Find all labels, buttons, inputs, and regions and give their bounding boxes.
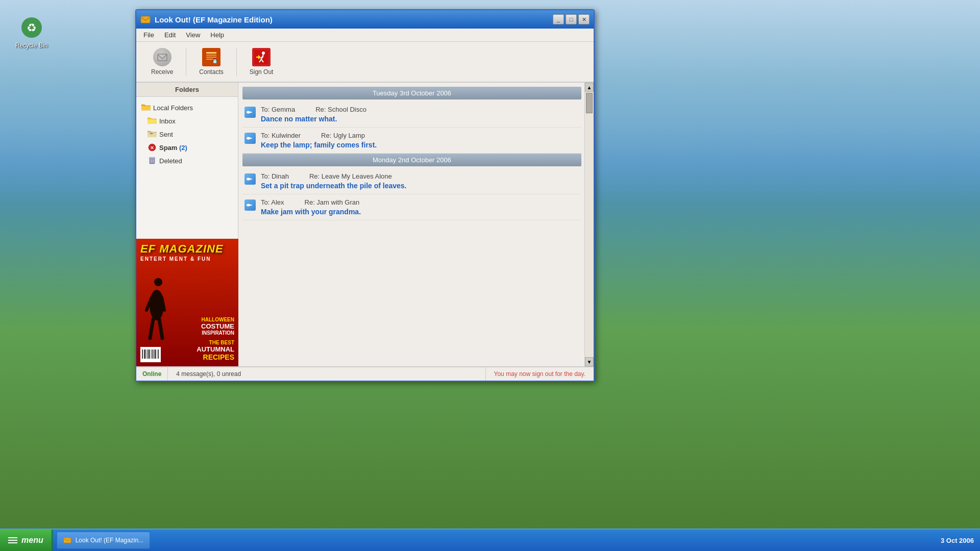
deleted-icon (148, 156, 157, 165)
email-content: To: Alex Re: Jam with Gran Make jam with… (261, 198, 577, 216)
scroll-thumb[interactable] (586, 93, 593, 113)
mag-autumnal: AUTUMNAL (197, 345, 234, 353)
sent-icon (148, 130, 157, 139)
sidebar: Folders Local Folders (136, 83, 238, 366)
svg-text:♻: ♻ (27, 21, 37, 34)
folder-tree: Local Folders Inbox (136, 97, 238, 239)
svg-rect-2 (141, 16, 150, 23)
email-to: To: Alex (261, 198, 284, 206)
email-item[interactable]: To: Alex Re: Jam with Gran Make jam with… (242, 194, 581, 220)
svg-rect-3 (158, 54, 167, 61)
taskbar-app-label: Look Out! (EF Magazin... (76, 537, 143, 544)
spam-icon: ✕ (148, 143, 157, 152)
scroll-down-button[interactable]: ▼ (585, 357, 594, 366)
email-to: To: Dinah (261, 172, 289, 180)
email-panel: Tuesday 3rd October 2006 To: Ge (238, 83, 594, 366)
folder-spam[interactable]: ✕ Spam (2) (138, 141, 236, 154)
taskbar-app-icon (63, 536, 71, 544)
contacts-label: Contacts (199, 68, 223, 76)
mag-subtitle: ENTERT MENT & FUN (140, 256, 211, 262)
signout-button[interactable]: Sign Out (243, 45, 280, 78)
svg-rect-21 (150, 158, 155, 164)
menu-file[interactable]: File (139, 30, 158, 40)
mag-costume: COSTUME (197, 322, 234, 330)
svg-marker-48 (247, 204, 253, 207)
menu-view[interactable]: View (182, 30, 204, 40)
magazine-ad[interactable]: EF MAGAZINE ENTERT MENT & FUN (136, 239, 238, 366)
spam-label: Spam (2) (159, 144, 187, 152)
start-menu-button[interactable]: menu (0, 530, 53, 551)
mag-recipes: RECIPES (197, 353, 234, 361)
date-header-1: Tuesday 3rd October 2006 (242, 87, 581, 99)
email-subject: Re: Leave My Leaves Alone (309, 172, 392, 180)
email-header-line: To: Kulwinder Re: Ugly Lamp (261, 132, 577, 139)
status-bar: Online 4 message(s), 0 unread You may no… (136, 366, 594, 381)
scroll-track[interactable] (585, 92, 594, 357)
email-preview: Dance no matter what. (261, 115, 577, 123)
email-preview: Set a pit trap underneath the pile of le… (261, 182, 577, 190)
email-scroll-area[interactable]: Tuesday 3rd October 2006 To: Ge (238, 83, 594, 366)
scrollbar[interactable]: ▲ ▼ (584, 83, 594, 366)
folder-deleted[interactable]: Deleted (138, 154, 236, 167)
spam-badge: (2) (179, 144, 187, 152)
mag-title: EF MAGAZINE (140, 243, 224, 255)
email-to: To: Gemma (261, 106, 295, 113)
taskbar: menu Look Out! (EF Magazin... 3 Oct 2006 (0, 529, 980, 551)
folder-local-folders[interactable]: Local Folders (138, 101, 236, 114)
email-item[interactable]: To: Gemma Re: School Disco Dance no matt… (242, 102, 581, 128)
receive-icon (153, 48, 172, 66)
sent-label: Sent (159, 131, 173, 138)
svg-rect-49 (64, 538, 71, 543)
status-count: 4 message(s), 0 unread (168, 367, 485, 381)
title-bar: Look Out! (EF Magazine Edition) _ □ ✕ (136, 10, 594, 29)
status-online: Online (136, 367, 168, 381)
recycle-bin-icon: ♻ (19, 15, 44, 40)
toolbar-sep-2 (236, 47, 237, 76)
main-window: Look Out! (EF Magazine Edition) _ □ ✕ Fi… (135, 9, 595, 382)
inbox-icon (148, 116, 157, 126)
taskbar-app-button[interactable]: Look Out! (EF Magazin... (57, 532, 150, 549)
status-signout-message: You may now sign out for the day. (486, 367, 594, 381)
receive-button[interactable]: Receive (144, 45, 180, 78)
email-to: To: Kulwinder (261, 132, 301, 139)
date-header-2: Monday 2nd October 2006 (242, 154, 581, 166)
inbox-label: Inbox (159, 117, 176, 125)
window-title: Look Out! (EF Magazine Edition) (155, 15, 549, 24)
mag-best: THE BEST (197, 340, 234, 345)
local-folders-label: Local Folders (153, 104, 193, 112)
minimize-button[interactable]: _ (553, 14, 564, 24)
content-area: Folders Local Folders (136, 83, 594, 366)
contacts-button[interactable]: 📇 Contacts (192, 45, 230, 78)
email-header-line: To: Dinah Re: Leave My Leaves Alone (261, 172, 577, 180)
signout-icon (252, 48, 271, 66)
menu-edit[interactable]: Edit (160, 30, 180, 40)
email-subject: Re: Ugly Lamp (321, 132, 365, 139)
folder-inbox[interactable]: Inbox (138, 114, 236, 128)
mag-bottom-text: HALLOWEEN COSTUME INSPIRATION THE BEST A… (197, 317, 234, 361)
svg-point-12 (262, 52, 265, 55)
svg-line-30 (159, 319, 162, 338)
email-item[interactable]: To: Kulwinder Re: Ugly Lamp Keep the lam… (242, 128, 581, 154)
svg-text:✕: ✕ (150, 145, 154, 151)
toolbar-sep-1 (186, 47, 186, 76)
folders-header: Folders (136, 83, 238, 97)
signout-label: Sign Out (250, 68, 274, 76)
toolbar: Receive 📇 Contacts (136, 42, 594, 83)
scroll-up-button[interactable]: ▲ (585, 83, 594, 92)
email-item[interactable]: To: Dinah Re: Leave My Leaves Alone Set … (242, 168, 581, 194)
deleted-label: Deleted (159, 157, 182, 165)
svg-point-25 (154, 278, 162, 286)
svg-marker-45 (247, 111, 253, 114)
close-button[interactable]: ✕ (578, 14, 590, 24)
email-sent-icon (244, 173, 257, 186)
maximize-button[interactable]: □ (566, 14, 577, 24)
svg-rect-5 (206, 52, 216, 54)
menu-bar: File Edit View Help (136, 29, 594, 42)
menu-help[interactable]: Help (206, 30, 228, 40)
email-header-line: To: Alex Re: Jam with Gran (261, 198, 577, 206)
receive-label: Receive (151, 68, 173, 76)
mag-inspiration: INSPIRATION (197, 330, 234, 336)
recycle-bin[interactable]: ♻ Recycle Bin (15, 15, 47, 49)
svg-rect-22 (149, 157, 155, 159)
folder-sent[interactable]: Sent (138, 128, 236, 141)
